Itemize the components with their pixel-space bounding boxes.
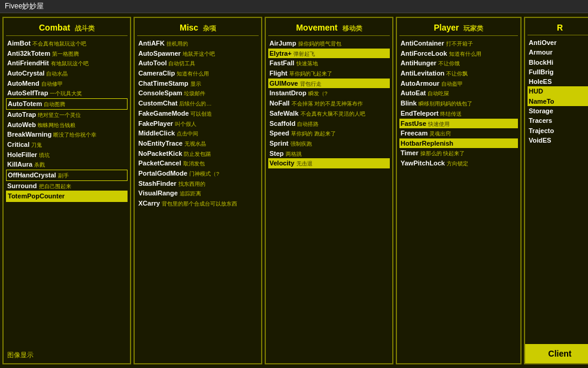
item-nameto[interactable]: NameTo [528,96,588,106]
item[interactable]: YawPitchLock方向锁定 [399,158,518,168]
column-misc: Misc 杂项 AntiAFK挂机用的 AutoSpawner地鼠开这个吧 Au… [134,17,262,364]
item-tracers[interactable]: Tracers [528,116,588,125]
item[interactable]: AutoCrystal自动水晶 [6,68,128,79]
column-header-combat: Combat 战斗类 [6,20,128,36]
column-movement: Movement 移动类 AirJump操你妈的喷气背包 Elytra+弹射起飞… [265,17,393,364]
item[interactable]: FullBrig [528,67,588,77]
item[interactable]: AntiAFK挂机用的 [137,38,259,49]
item[interactable]: Flight草你妈的飞起来了 [268,68,390,79]
item[interactable]: AutoTrap绝对竖立一个灵位 [6,110,128,120]
item[interactable]: SafeWalk不会真有大脑不灵活的人吧 [268,108,390,119]
item[interactable]: VoidES [528,135,588,145]
item-hotbarreplenish[interactable]: HotbarReplenish [399,138,518,148]
title-bar: Fivee妙妙屋 [0,0,588,13]
item[interactable]: AimBot不会真有地鼠玩这个吧 [6,38,128,49]
item[interactable]: CameraClip知道有什么用 [137,68,259,79]
column-header-movement: Movement 移动类 [268,20,390,36]
column-player: Player 玩家类 AntiContainer打不开箱子 AntiForceL… [396,17,522,364]
item[interactable]: AutoTool自动切工具 [137,58,259,68]
item[interactable]: AntiHunger不让你饿 [399,58,518,68]
item-hud[interactable]: HUD [528,86,588,96]
item[interactable]: AntiOver [528,38,588,47]
column-render: R AntiOver Armour BlockHi FullBrig HoleE… [524,17,588,364]
item[interactable]: Critical刀鬼 [6,140,128,150]
item[interactable]: AutoMend自动修甲 [6,79,128,89]
item-totempopcounter[interactable]: TotemPopCounter [6,191,128,201]
column-header-misc: Misc 杂项 [137,20,259,36]
item-fastuse[interactable]: FastUse快速使用 [399,119,518,129]
item[interactable]: PortalGodMode门神模式（? [137,168,259,179]
item[interactable]: CustomChat后续什么的… [137,98,259,108]
item[interactable]: AutoSpawner地鼠开这个吧 [137,49,259,59]
item-autototem[interactable]: AutoTotem自动图腾 [6,98,128,110]
item[interactable]: Scaffold自动搭路 [268,119,390,129]
item[interactable]: Sprint强制疾跑 [268,138,390,149]
column-header-player: Player 玩家类 [399,20,518,36]
item[interactable]: NoFall不会掉落 对的不是无神落布作 [268,98,390,108]
item[interactable]: HoleES [528,77,588,86]
item[interactable]: Step两格跳 [268,149,390,159]
bottom-label-combat: 图像显示 [7,351,34,360]
item-velocity[interactable]: Velocity无击退 [268,158,390,168]
item[interactable]: FakeGameMode可以创造 [137,108,259,119]
item[interactable]: PacketCancel取消发包 [137,158,259,168]
item[interactable]: ChatTimeStamp显示 [137,79,259,89]
item[interactable]: Timer操那么的 快起来了 [399,148,518,158]
item[interactable]: KillAura杀戮 [6,159,128,170]
item-armour[interactable]: Armour [528,47,588,57]
column-combat: Combat 战斗类 AimBot不会真有地鼠玩这个吧 Anti32kTotem… [2,17,131,364]
item[interactable]: EndTeleport终结传送 [399,108,518,119]
item[interactable]: AntiFriendHit有地鼠玩这个吧 [6,58,128,68]
item[interactable]: Surround把自己围起来 [6,181,128,191]
item[interactable]: NoEntityTrace无视水晶 [137,138,259,149]
item[interactable]: InstantDrop瞬发（? [268,88,390,98]
item[interactable]: Blink瞬移别用妈妈的钱包了 [399,98,518,108]
item[interactable]: FastFall快速落地 [268,58,390,68]
item-elytra[interactable]: Elytra+弹射起飞 [268,49,390,59]
item[interactable]: BlockHi [528,58,588,67]
item[interactable]: AntiForceLook知道有什么用 [399,49,518,59]
item[interactable]: MiddleClick点击中间 [137,128,259,138]
column-header-render: R [528,20,588,35]
item[interactable]: Speed草你妈的 跑起来了 [268,128,390,138]
item[interactable]: AutoEat自动吃屎 [399,88,518,98]
item[interactable]: XCarry背包里的那个合成台可以放东西 [137,198,259,209]
item[interactable]: Trajecto [528,126,588,135]
item[interactable]: AutoWeb蜘蛛网给当钱粮 [6,120,128,130]
item-guimove[interactable]: GUIMove背包行走 [268,79,390,89]
item[interactable]: NoPacketKick防止发包踢 [137,149,259,159]
item[interactable]: FakePlayer叫个假人 [137,119,259,129]
item[interactable]: HoleFiller填坑 [6,150,128,160]
item[interactable]: AntiLevitation不让你飘 [399,68,518,79]
item[interactable]: StashFinder找东西用的 [137,179,259,189]
item[interactable]: AntiContainer打不开箱子 [399,38,518,49]
main-area: Combat 战斗类 AimBot不会真有地鼠玩这个吧 Anti32kTotem… [0,13,588,368]
item[interactable]: VisualRange追踪距离 [137,188,259,198]
item[interactable]: Storage [528,106,588,116]
item[interactable]: Anti32kTotem第一格图腾 [6,49,128,59]
item[interactable]: AutoArmour自动盔甲 [399,79,518,89]
title-text: Fivee妙妙屋 [5,1,44,11]
item[interactable]: BreakWarning断没了给你祝个幸 [6,129,128,140]
item[interactable]: AirJump操你妈的喷气背包 [268,38,390,49]
item[interactable]: ConsoleSpam垃圾邮件 [137,88,259,98]
item[interactable]: Freecam灵魂出窍 [399,128,518,138]
bottom-bar-client[interactable]: Client [525,344,588,363]
item-offhandcrystal[interactable]: OffHandCrystal副手 [6,170,128,181]
item[interactable]: AutoSelfTrap一个玩具大奖 [6,88,128,98]
